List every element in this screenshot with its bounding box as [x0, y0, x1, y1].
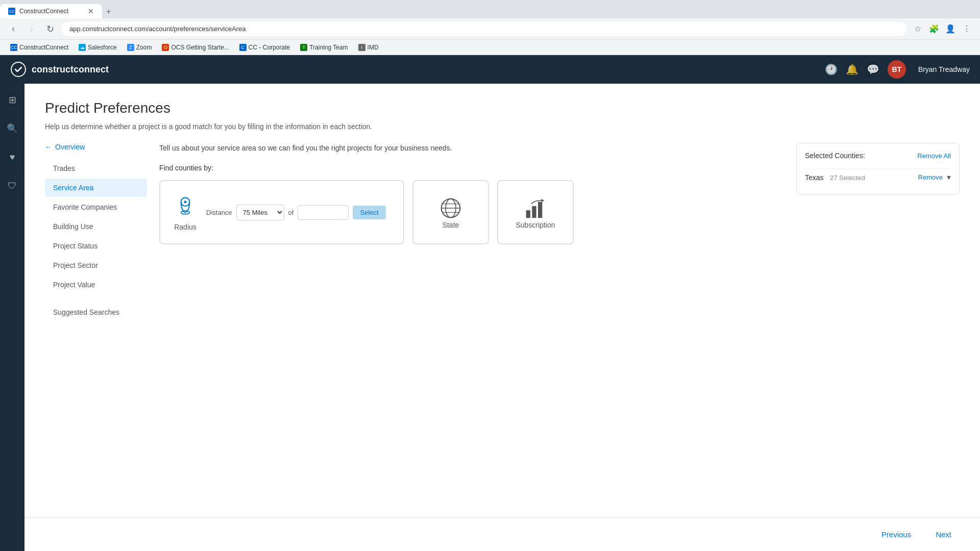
logo-icon: [10, 61, 27, 78]
nav-item-project-value[interactable]: Project Value: [45, 276, 147, 294]
history-icon-button[interactable]: 🕐: [825, 63, 838, 76]
state-card-label: State: [443, 221, 459, 229]
distance-select[interactable]: 75 Miles 25 Miles 50 Miles 100 Miles 150…: [236, 205, 284, 220]
subscription-icon: [523, 195, 548, 221]
main-panel: Tell us about your service area so we ca…: [159, 143, 784, 501]
icon-sidebar: ⊞ 🔍 ♥ 🛡: [0, 84, 24, 551]
menu-button[interactable]: ⋮: [960, 22, 974, 36]
bookmark-ocs[interactable]: O OCS Getting Starte...: [158, 43, 233, 52]
county-info: Texas 27 Selected: [805, 173, 865, 182]
page-subtitle: Help us determine whether a project is a…: [45, 122, 960, 131]
sidebar-shield-icon[interactable]: 🛡: [4, 178, 20, 194]
app-logo-text: constructconnect: [32, 64, 109, 75]
nav-item-building-use[interactable]: Building Use: [45, 217, 147, 236]
extensions-button[interactable]: 🧩: [927, 22, 941, 36]
app-logo: constructconnect: [10, 61, 109, 78]
nav-item-suggested-searches[interactable]: Suggested Searches: [45, 303, 147, 321]
bookmark-favicon: T: [300, 44, 307, 51]
nav-back-link[interactable]: ← Overview: [45, 143, 147, 151]
radius-icon: [173, 193, 198, 219]
header-icons: 🕐 🔔 💬 BT Bryan Treadway: [825, 60, 970, 79]
postal-code-input[interactable]: [298, 205, 349, 220]
tab-favicon: CC: [8, 8, 15, 15]
bookmark-imd[interactable]: I IMD: [354, 43, 383, 52]
distance-label: Distance: [206, 209, 232, 216]
state-icon: [438, 195, 463, 221]
radius-card[interactable]: Radius Distance 75 Miles 25 Miles: [159, 180, 404, 244]
svg-rect-0: [10, 61, 27, 78]
bookmark-zoom[interactable]: Z Zoom: [123, 43, 156, 52]
next-button[interactable]: Next: [927, 526, 960, 543]
bookmark-corp[interactable]: C CC - Corporate: [235, 43, 294, 52]
bookmark-label: Training Team: [309, 44, 348, 51]
back-button[interactable]: ‹: [6, 22, 20, 36]
address-input[interactable]: [61, 22, 906, 36]
previous-button[interactable]: Previous: [873, 526, 919, 543]
svg-point-4: [184, 201, 187, 203]
bookmark-sf[interactable]: ☁ Salesforce: [75, 43, 121, 52]
bookmark-favicon: Z: [127, 44, 134, 51]
county-row: Texas 27 Selected Remove ▾: [805, 168, 951, 186]
subscription-card[interactable]: Subscription: [497, 180, 574, 244]
bottom-nav: Previous Next: [24, 517, 980, 551]
sidebar-home-icon[interactable]: ⊞: [4, 92, 20, 108]
radius-controls: Distance 75 Miles 25 Miles 50 Miles 100 …: [206, 205, 391, 220]
address-bar-row: ‹ › ↻ ☆ 🧩 👤 ⋮: [0, 18, 980, 40]
page-title: Predict Preferences: [45, 100, 960, 116]
refresh-button[interactable]: ↻: [43, 22, 57, 36]
county-name: Texas: [805, 173, 824, 182]
svg-rect-12: [538, 202, 542, 218]
browser-tab[interactable]: CC ConstructConnect ✕: [0, 4, 102, 18]
state-card[interactable]: State: [412, 180, 489, 244]
nav-back-label: Overview: [55, 143, 85, 151]
nav-item-project-sector[interactable]: Project Sector: [45, 256, 147, 274]
subscription-card-label: Subscription: [516, 221, 555, 229]
bookmark-label: ConstructConnect: [19, 44, 68, 51]
left-nav: ← Overview Trades Service Area Favorite …: [45, 143, 147, 501]
cards-container: Radius Distance 75 Miles 25 Miles: [159, 180, 784, 244]
sidebar-search-icon[interactable]: 🔍: [4, 120, 20, 137]
county-count: 27 Selected: [830, 174, 865, 182]
bookmark-training[interactable]: T Training Team: [296, 43, 352, 52]
forward-button[interactable]: ›: [24, 22, 39, 36]
nav-item-trades[interactable]: Trades: [45, 159, 147, 178]
messages-icon-button[interactable]: 💬: [867, 63, 879, 76]
app-header: constructconnect 🕐 🔔 💬 BT Bryan Treadway: [0, 55, 980, 84]
selected-counties-label: Selected Counties:: [805, 152, 865, 160]
county-remove-button[interactable]: Remove: [918, 173, 943, 181]
profile-button[interactable]: 👤: [943, 22, 958, 36]
back-arrow-icon: ←: [45, 143, 52, 151]
bookmark-favicon: CC: [10, 44, 17, 51]
toolbar-icons: ☆ 🧩 👤 ⋮: [911, 22, 974, 36]
bookmark-favicon: I: [358, 44, 365, 51]
remove-all-button[interactable]: Remove All: [917, 152, 951, 160]
user-avatar[interactable]: BT: [888, 60, 906, 79]
svg-rect-11: [532, 206, 536, 218]
tab-close-button[interactable]: ✕: [88, 7, 94, 15]
county-expand-button[interactable]: ▾: [947, 172, 951, 182]
user-name: Bryan Treadway: [918, 65, 970, 73]
bookmark-label: IMD: [368, 44, 379, 51]
radius-select-button[interactable]: Select: [353, 206, 385, 219]
right-panel-header: Selected Counties: Remove All: [805, 152, 951, 160]
panel-description: Tell us about your service area so we ca…: [159, 143, 784, 154]
bookmark-label: Salesforce: [88, 44, 117, 51]
find-by-label: Find counties by:: [159, 164, 784, 172]
bookmark-cc[interactable]: CC ConstructConnect: [6, 43, 72, 52]
bookmark-label: OCS Getting Starte...: [171, 44, 229, 51]
bookmark-favicon: O: [162, 44, 169, 51]
sidebar-favorites-icon[interactable]: ♥: [4, 149, 20, 165]
bookmarks-bar: CC ConstructConnect ☁ Salesforce Z Zoom …: [0, 40, 980, 55]
notifications-icon-button[interactable]: 🔔: [846, 63, 859, 76]
new-tab-button[interactable]: +: [102, 5, 115, 18]
bookmark-favicon: C: [239, 44, 247, 51]
bookmark-favicon: ☁: [79, 44, 86, 51]
radius-icon-area: Radius: [173, 193, 198, 231]
county-actions: Remove ▾: [918, 172, 951, 182]
nav-item-favorite-companies[interactable]: Favorite Companies: [45, 198, 147, 216]
nav-item-project-status[interactable]: Project Status: [45, 237, 147, 255]
radius-card-label: Radius: [174, 223, 197, 231]
nav-item-service-area[interactable]: Service Area: [45, 179, 147, 197]
bookmark-button[interactable]: ☆: [911, 22, 925, 36]
right-panel: Selected Counties: Remove All Texas 27 S…: [796, 143, 960, 195]
